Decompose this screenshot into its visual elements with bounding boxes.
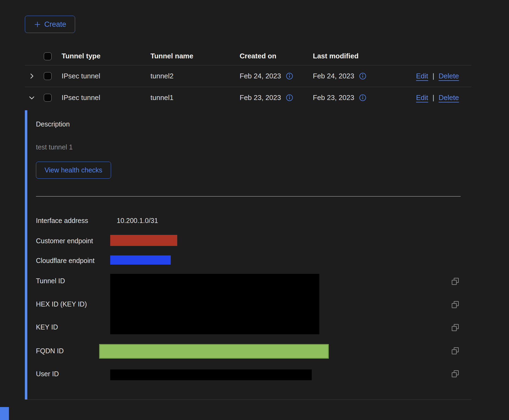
row-checkbox[interactable]: [44, 72, 52, 80]
column-header-tunnel-type: Tunnel type: [62, 52, 150, 60]
view-health-checks-button[interactable]: View health checks: [36, 162, 111, 179]
delete-link[interactable]: Delete: [439, 94, 459, 102]
create-button[interactable]: Create: [25, 16, 75, 33]
cloudflare-endpoint-redacted-value: [110, 255, 171, 265]
row-checkbox[interactable]: [44, 94, 52, 102]
info-icon[interactable]: [359, 72, 366, 80]
created-on-value: Feb 23, 2023: [240, 94, 281, 102]
tunnel-type-cell: IPsec tunnel: [62, 72, 150, 80]
table-header: Tunnel type Tunnel name Created on Last …: [25, 41, 471, 65]
chevron-right-icon[interactable]: [28, 72, 35, 80]
info-icon[interactable]: [359, 94, 366, 101]
chevron-down-icon[interactable]: [28, 94, 35, 101]
interface-address-label: Interface address: [36, 216, 88, 225]
user-id-label: User ID: [36, 370, 59, 378]
interface-address-value: 10.200.1.0/31: [117, 216, 158, 225]
cloudflare-endpoint-label: Cloudflare endpoint: [36, 256, 95, 265]
user-id-redacted-value: [110, 369, 312, 380]
hex-id-label: HEX ID (KEY ID): [36, 300, 87, 308]
expanded-row-accent-bar: [25, 110, 27, 399]
info-icon[interactable]: [286, 94, 293, 101]
edit-link[interactable]: Edit: [416, 94, 428, 102]
section-divider: [36, 196, 461, 196]
copy-icon[interactable]: [451, 301, 459, 309]
tunnels-table: Tunnel type Tunnel name Created on Last …: [25, 41, 471, 400]
copy-icon[interactable]: [451, 324, 459, 332]
table-row-tunnel1: IPsec tunnel tunnel1 Feb 23, 2023 Feb 23…: [25, 87, 471, 108]
description-label: Description: [36, 120, 70, 128]
copy-icon[interactable]: [451, 370, 459, 378]
edit-link[interactable]: Edit: [416, 72, 428, 80]
actions-separator: |: [433, 94, 434, 102]
fqdn-id-label: FQDN ID: [36, 347, 64, 355]
tunnel-name-cell: tunnel2: [150, 72, 240, 80]
table-row-tunnel2: IPsec tunnel tunnel2 Feb 24, 2023 Feb 24…: [25, 65, 471, 87]
column-header-created-on: Created on: [240, 52, 313, 60]
tunnel-type-cell: IPsec tunnel: [62, 94, 150, 102]
plus-icon: [34, 21, 41, 28]
info-icon[interactable]: [286, 72, 293, 80]
created-on-value: Feb 24, 2023: [240, 72, 281, 80]
bottom-left-accent: [0, 407, 9, 420]
customer-endpoint-label: Customer endpoint: [36, 237, 93, 245]
create-button-label: Create: [44, 20, 66, 29]
tunnel-id-label: Tunnel ID: [36, 277, 65, 285]
customer-endpoint-redacted-value: [110, 235, 177, 246]
fqdn-id-redacted-value: [99, 344, 329, 359]
last-modified-value: Feb 24, 2023: [313, 72, 354, 80]
column-header-last-modified: Last modified: [313, 52, 416, 60]
tunnel-details-panel: Description test tunnel 1 View health ch…: [25, 108, 471, 400]
last-modified-value: Feb 23, 2023: [313, 94, 354, 102]
select-all-checkbox[interactable]: [44, 52, 52, 60]
delete-link[interactable]: Delete: [439, 72, 459, 80]
copy-icon[interactable]: [451, 277, 459, 285]
copy-icon[interactable]: [451, 347, 459, 355]
key-id-label: KEY ID: [36, 323, 58, 331]
actions-separator: |: [433, 72, 434, 80]
tunnel-hex-key-id-redacted-values: [110, 274, 319, 334]
description-value: test tunnel 1: [36, 143, 73, 151]
column-header-tunnel-name: Tunnel name: [150, 52, 240, 60]
tunnel-name-cell: tunnel1: [150, 94, 240, 102]
